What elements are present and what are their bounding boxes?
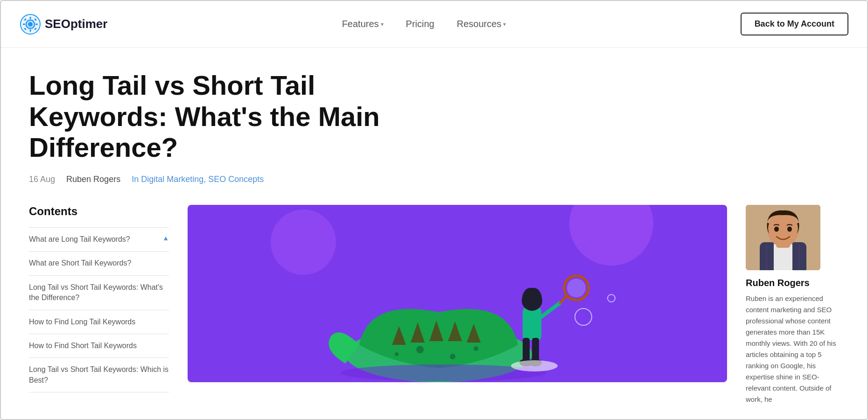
svg-point-36 <box>511 360 558 371</box>
svg-point-24 <box>395 352 399 356</box>
svg-point-22 <box>450 354 455 359</box>
toc-item[interactable]: Long Tail vs Short Tail Keywords: What's… <box>29 276 169 310</box>
author-photo <box>746 205 820 270</box>
svg-rect-5 <box>35 23 38 25</box>
toc-item[interactable]: How to Find Long Tail Keywords <box>29 310 169 334</box>
svg-point-35 <box>567 279 586 297</box>
svg-rect-3 <box>30 29 31 32</box>
svg-point-1 <box>28 22 33 27</box>
svg-rect-26 <box>523 308 541 340</box>
svg-rect-28 <box>523 338 530 361</box>
toc-item[interactable]: How to Find Short Tail Keywords <box>29 334 169 358</box>
main-content: Long Tail vs Short Tail Keywords: What's… <box>1 48 867 419</box>
hero-illustration <box>188 205 727 382</box>
toc-sidebar: Contents What are Long Tail Keywords? ▲ … <box>29 196 169 419</box>
svg-rect-4 <box>23 23 25 25</box>
nav-features[interactable]: Features ▾ <box>342 19 384 29</box>
meta-author: Ruben Rogers <box>66 175 120 184</box>
logo-icon <box>20 14 41 35</box>
svg-point-41 <box>767 211 799 247</box>
logo-text: SEOptimer <box>45 17 107 31</box>
back-to-account-button[interactable]: Back to My Account <box>741 13 848 35</box>
author-bio: Ruben is an experienced content marketin… <box>746 293 839 405</box>
nav-pricing[interactable]: Pricing <box>406 19 434 29</box>
toc-item[interactable]: Long Tail vs Short Tail Keywords: Which … <box>29 358 169 392</box>
author-sidebar: Ruben Rogers Ruben is an experienced con… <box>746 196 839 419</box>
svg-point-42 <box>774 227 779 232</box>
hero-image <box>188 205 727 382</box>
resources-chevron-icon: ▾ <box>503 21 506 28</box>
svg-point-12 <box>271 210 336 275</box>
nav-links: Features ▾ Pricing Resources ▾ <box>342 19 506 29</box>
meta-date: 16 Aug <box>29 175 55 184</box>
meta-categories: In Digital Marketing, SEO Concepts <box>132 175 264 184</box>
article-image-area <box>188 196 727 419</box>
navbar: SEOptimer Features ▾ Pricing Resources ▾… <box>1 1 867 48</box>
svg-point-23 <box>474 346 478 351</box>
author-name: Ruben Rogers <box>746 278 839 288</box>
features-chevron-icon: ▾ <box>381 21 384 28</box>
toc-item[interactable]: What are Long Tail Keywords? ▲ <box>29 228 169 252</box>
svg-point-43 <box>787 227 792 232</box>
toc-list: What are Long Tail Keywords? ▲ What are … <box>29 227 169 392</box>
article-body: Contents What are Long Tail Keywords? ▲ … <box>1 196 867 419</box>
svg-rect-29 <box>532 338 539 361</box>
svg-point-21 <box>416 346 424 353</box>
toc-heading: Contents <box>29 205 169 218</box>
toc-active-arrow: ▲ <box>162 234 169 242</box>
svg-rect-2 <box>30 17 31 19</box>
author-avatar-illustration <box>746 205 820 270</box>
article-header: Long Tail vs Short Tail Keywords: What's… <box>1 48 867 196</box>
toc-item[interactable]: What are Short Tail Keywords? <box>29 252 169 275</box>
article-meta: 16 Aug Ruben Rogers In Digital Marketing… <box>29 175 839 184</box>
article-title: Long Tail vs Short Tail Keywords: What's… <box>29 70 449 163</box>
logo[interactable]: SEOptimer <box>20 14 107 35</box>
nav-resources[interactable]: Resources ▾ <box>457 19 506 29</box>
